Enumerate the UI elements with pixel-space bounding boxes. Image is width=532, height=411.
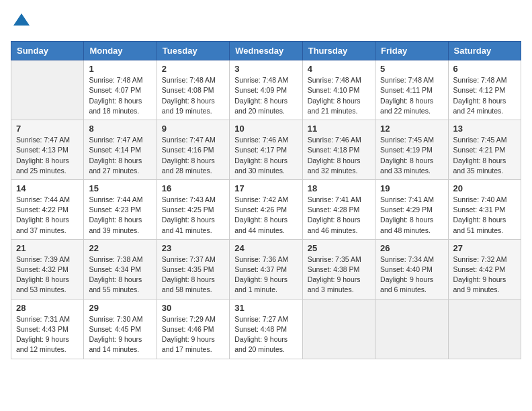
day-number: 19 [380, 183, 443, 193]
calendar-cell: 29Sunrise: 7:30 AM Sunset: 4:45 PM Dayli… [84, 299, 157, 359]
calendar-cell: 11Sunrise: 7:46 AM Sunset: 4:18 PM Dayli… [302, 120, 375, 180]
weekday-header-wednesday: Wednesday [230, 42, 302, 60]
calendar-week-row: 28Sunrise: 7:31 AM Sunset: 4:43 PM Dayli… [11, 299, 521, 359]
day-content: Sunrise: 7:37 AM Sunset: 4:35 PM Dayligh… [162, 255, 224, 295]
calendar-cell: 26Sunrise: 7:34 AM Sunset: 4:40 PM Dayli… [375, 239, 448, 299]
day-number: 29 [89, 303, 151, 313]
day-number: 22 [89, 243, 151, 253]
day-number: 13 [453, 124, 516, 134]
day-content: Sunrise: 7:39 AM Sunset: 4:32 PM Dayligh… [16, 255, 79, 295]
day-number: 1 [89, 64, 151, 74]
day-number: 5 [380, 64, 443, 74]
day-number: 6 [453, 64, 516, 74]
day-number: 28 [16, 303, 79, 313]
day-content: Sunrise: 7:41 AM Sunset: 4:28 PM Dayligh… [308, 195, 370, 236]
day-number: 16 [162, 183, 224, 193]
day-number: 24 [234, 243, 297, 253]
calendar-cell: 5Sunrise: 7:48 AM Sunset: 4:11 PM Daylig… [375, 60, 448, 120]
calendar-cell: 1Sunrise: 7:48 AM Sunset: 4:07 PM Daylig… [84, 60, 157, 120]
calendar-cell [375, 299, 448, 359]
day-content: Sunrise: 7:42 AM Sunset: 4:26 PM Dayligh… [234, 195, 297, 236]
calendar-cell: 8Sunrise: 7:47 AM Sunset: 4:14 PM Daylig… [84, 120, 157, 180]
calendar-cell: 18Sunrise: 7:41 AM Sunset: 4:28 PM Dayli… [302, 179, 375, 239]
weekday-header-monday: Monday [84, 42, 157, 60]
weekday-header-tuesday: Tuesday [157, 42, 229, 60]
calendar-cell: 14Sunrise: 7:44 AM Sunset: 4:22 PM Dayli… [11, 179, 84, 239]
day-number: 4 [308, 64, 370, 74]
calendar-cell: 13Sunrise: 7:45 AM Sunset: 4:21 PM Dayli… [448, 120, 521, 180]
day-content: Sunrise: 7:36 AM Sunset: 4:37 PM Dayligh… [234, 255, 297, 295]
day-content: Sunrise: 7:30 AM Sunset: 4:45 PM Dayligh… [89, 314, 151, 355]
day-number: 20 [453, 183, 516, 193]
day-content: Sunrise: 7:45 AM Sunset: 4:21 PM Dayligh… [453, 135, 516, 176]
calendar-cell: 12Sunrise: 7:45 AM Sunset: 4:19 PM Dayli… [375, 120, 448, 180]
page-header [11, 11, 521, 33]
calendar-cell [11, 60, 84, 120]
calendar-cell: 22Sunrise: 7:38 AM Sunset: 4:34 PM Dayli… [84, 239, 157, 299]
calendar-cell: 28Sunrise: 7:31 AM Sunset: 4:43 PM Dayli… [11, 299, 84, 359]
calendar-cell: 3Sunrise: 7:48 AM Sunset: 4:09 PM Daylig… [230, 60, 302, 120]
day-content: Sunrise: 7:44 AM Sunset: 4:22 PM Dayligh… [16, 195, 79, 236]
logo-icon [12, 11, 31, 30]
calendar-table: SundayMondayTuesdayWednesdayThursdayFrid… [11, 41, 521, 359]
day-content: Sunrise: 7:48 AM Sunset: 4:10 PM Dayligh… [308, 75, 370, 116]
calendar-cell: 20Sunrise: 7:40 AM Sunset: 4:31 PM Dayli… [448, 179, 521, 239]
day-number: 17 [234, 183, 297, 193]
day-number: 21 [16, 243, 79, 253]
day-content: Sunrise: 7:46 AM Sunset: 4:18 PM Dayligh… [308, 135, 370, 176]
day-content: Sunrise: 7:43 AM Sunset: 4:25 PM Dayligh… [162, 195, 224, 236]
calendar-cell: 30Sunrise: 7:29 AM Sunset: 4:46 PM Dayli… [157, 299, 229, 359]
calendar-cell: 7Sunrise: 7:47 AM Sunset: 4:13 PM Daylig… [11, 120, 84, 180]
day-content: Sunrise: 7:41 AM Sunset: 4:29 PM Dayligh… [380, 195, 443, 236]
day-number: 23 [162, 243, 224, 253]
day-content: Sunrise: 7:48 AM Sunset: 4:11 PM Dayligh… [380, 75, 443, 116]
day-number: 3 [234, 64, 297, 74]
calendar-cell: 9Sunrise: 7:47 AM Sunset: 4:16 PM Daylig… [157, 120, 229, 180]
weekday-header-sunday: Sunday [11, 42, 84, 60]
calendar-cell [448, 299, 521, 359]
calendar-cell: 24Sunrise: 7:36 AM Sunset: 4:37 PM Dayli… [230, 239, 302, 299]
weekday-header-saturday: Saturday [448, 42, 521, 60]
day-content: Sunrise: 7:44 AM Sunset: 4:23 PM Dayligh… [89, 195, 151, 236]
day-content: Sunrise: 7:47 AM Sunset: 4:16 PM Dayligh… [162, 135, 224, 176]
calendar-cell: 4Sunrise: 7:48 AM Sunset: 4:10 PM Daylig… [302, 60, 375, 120]
day-number: 30 [162, 303, 224, 313]
day-number: 7 [16, 124, 79, 134]
day-content: Sunrise: 7:38 AM Sunset: 4:34 PM Dayligh… [89, 255, 151, 295]
calendar-cell: 21Sunrise: 7:39 AM Sunset: 4:32 PM Dayli… [11, 239, 84, 299]
calendar-week-row: 1Sunrise: 7:48 AM Sunset: 4:07 PM Daylig… [11, 60, 521, 120]
day-content: Sunrise: 7:35 AM Sunset: 4:38 PM Dayligh… [308, 255, 370, 295]
calendar-cell: 17Sunrise: 7:42 AM Sunset: 4:26 PM Dayli… [230, 179, 302, 239]
day-content: Sunrise: 7:34 AM Sunset: 4:40 PM Dayligh… [380, 255, 443, 295]
day-content: Sunrise: 7:47 AM Sunset: 4:13 PM Dayligh… [16, 135, 79, 176]
day-number: 12 [380, 124, 443, 134]
calendar-cell: 25Sunrise: 7:35 AM Sunset: 4:38 PM Dayli… [302, 239, 375, 299]
day-content: Sunrise: 7:46 AM Sunset: 4:17 PM Dayligh… [234, 135, 297, 176]
day-number: 10 [234, 124, 297, 134]
day-number: 18 [308, 183, 370, 193]
calendar-cell: 31Sunrise: 7:27 AM Sunset: 4:48 PM Dayli… [230, 299, 302, 359]
calendar-week-row: 7Sunrise: 7:47 AM Sunset: 4:13 PM Daylig… [11, 120, 521, 180]
day-number: 8 [89, 124, 151, 134]
calendar-cell: 6Sunrise: 7:48 AM Sunset: 4:12 PM Daylig… [448, 60, 521, 120]
calendar-cell: 10Sunrise: 7:46 AM Sunset: 4:17 PM Dayli… [230, 120, 302, 180]
weekday-header-thursday: Thursday [302, 42, 375, 60]
weekday-header-row: SundayMondayTuesdayWednesdayThursdayFrid… [11, 42, 521, 60]
day-content: Sunrise: 7:32 AM Sunset: 4:42 PM Dayligh… [453, 255, 516, 295]
day-content: Sunrise: 7:48 AM Sunset: 4:08 PM Dayligh… [162, 75, 224, 116]
day-number: 26 [380, 243, 443, 253]
day-number: 25 [308, 243, 370, 253]
day-number: 15 [89, 183, 151, 193]
calendar-cell: 19Sunrise: 7:41 AM Sunset: 4:29 PM Dayli… [375, 179, 448, 239]
day-content: Sunrise: 7:48 AM Sunset: 4:07 PM Dayligh… [89, 75, 151, 116]
day-number: 27 [453, 243, 516, 253]
calendar-cell: 2Sunrise: 7:48 AM Sunset: 4:08 PM Daylig… [157, 60, 229, 120]
calendar-week-row: 14Sunrise: 7:44 AM Sunset: 4:22 PM Dayli… [11, 179, 521, 239]
day-content: Sunrise: 7:27 AM Sunset: 4:48 PM Dayligh… [234, 314, 297, 355]
calendar-cell [302, 299, 375, 359]
calendar-cell: 23Sunrise: 7:37 AM Sunset: 4:35 PM Dayli… [157, 239, 229, 299]
day-content: Sunrise: 7:31 AM Sunset: 4:43 PM Dayligh… [16, 314, 79, 355]
calendar-cell: 15Sunrise: 7:44 AM Sunset: 4:23 PM Dayli… [84, 179, 157, 239]
calendar-cell: 16Sunrise: 7:43 AM Sunset: 4:25 PM Dayli… [157, 179, 229, 239]
day-number: 2 [162, 64, 224, 74]
